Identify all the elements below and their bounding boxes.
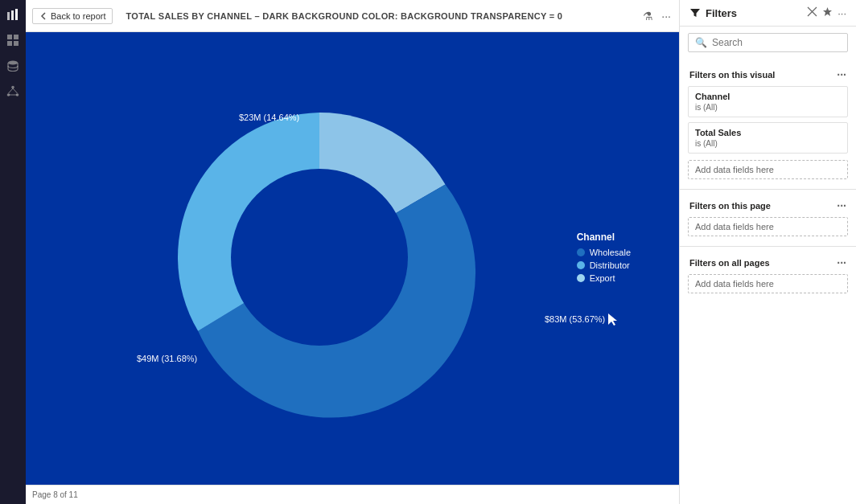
distributor-dot xyxy=(577,261,585,269)
channel-filter-value: is (All) xyxy=(695,103,841,112)
wholesale-label: $83M (53.67%) xyxy=(545,312,618,326)
legend-item-export: Export xyxy=(577,273,631,283)
chart-legend: Channel Wholesale Distributor Export xyxy=(577,232,631,286)
channel-filter-title: Channel xyxy=(695,92,841,101)
top-bar-icons: ⚗ ··· xyxy=(641,8,673,24)
filters-on-page-label: Filters on this page ··· xyxy=(680,193,856,215)
left-sidebar xyxy=(0,0,26,504)
export-dot xyxy=(577,274,585,282)
more-filters-icon[interactable]: ··· xyxy=(837,7,846,19)
page-info: Page 8 of 11 xyxy=(32,490,78,499)
svg-rect-5 xyxy=(7,41,12,46)
page-filter-dots[interactable]: ··· xyxy=(837,199,846,212)
chart-area: $23M (14.64%) $83M (53.67%) $49M (31.68%… xyxy=(26,32,679,485)
filter-icon[interactable]: ⚗ xyxy=(641,8,655,24)
channel-filter-card[interactable]: Channel is (All) xyxy=(688,86,848,117)
legend-item-distributor: Distributor xyxy=(577,260,631,270)
main-area: Back to report TOTAL SALES BY CHANNEL – … xyxy=(26,0,679,504)
svg-rect-4 xyxy=(14,35,19,39)
wholesale-label-text: Wholesale xyxy=(590,248,631,257)
funnel-icon xyxy=(689,7,701,18)
svg-line-12 xyxy=(13,88,18,93)
svg-line-11 xyxy=(9,88,14,93)
search-box[interactable]: 🔍 xyxy=(688,33,848,52)
svg-rect-3 xyxy=(7,35,12,39)
grid-icon[interactable] xyxy=(5,32,21,48)
legend-item-wholesale: Wholesale xyxy=(577,248,631,257)
bottom-bar: Page 8 of 11 xyxy=(26,485,679,504)
svg-rect-2 xyxy=(15,9,18,20)
search-icon: 🔍 xyxy=(695,37,707,48)
back-to-report-button[interactable]: Back to report xyxy=(32,8,113,24)
filters-header: Filters ··· xyxy=(680,0,856,27)
clear-filters-icon[interactable] xyxy=(807,6,817,19)
page-title: TOTAL SALES BY CHANNEL – DARK BACKGROUND… xyxy=(126,11,562,21)
top-bar: Back to report TOTAL SALES BY CHANNEL – … xyxy=(26,0,679,32)
add-data-page-button[interactable]: Add data fields here xyxy=(688,217,848,236)
svg-rect-0 xyxy=(7,12,10,20)
add-data-visual-button[interactable]: Add data fields here xyxy=(688,160,848,179)
visual-filter-dots[interactable]: ··· xyxy=(837,68,846,81)
filters-body: Filters on this visual ··· Channel is (A… xyxy=(680,59,856,504)
more-options-icon[interactable]: ··· xyxy=(660,8,673,24)
total-sales-filter-value: is (All) xyxy=(695,139,841,148)
pin-icon[interactable] xyxy=(822,6,833,19)
donut-chart xyxy=(134,72,504,445)
add-data-all-pages-button[interactable]: Add data fields here xyxy=(688,274,848,293)
back-button-label: Back to report xyxy=(51,11,105,21)
filters-panel: Filters ··· 🔍 Filters on this visual ··· xyxy=(679,0,856,504)
filters-on-all-pages-label: Filters on all pages ··· xyxy=(680,250,856,272)
distributor-label-text: Distributor xyxy=(590,260,630,270)
divider-2 xyxy=(680,246,856,247)
search-input[interactable] xyxy=(712,37,841,48)
filters-header-icons: ··· xyxy=(807,6,846,19)
report-icon[interactable] xyxy=(5,6,21,23)
svg-point-7 xyxy=(8,61,18,65)
filters-on-visual-label: Filters on this visual ··· xyxy=(680,62,856,84)
svg-rect-1 xyxy=(11,10,14,20)
data-icon[interactable] xyxy=(5,58,21,74)
filters-title: Filters xyxy=(689,7,737,19)
total-sales-filter-title: Total Sales xyxy=(695,128,841,137)
model-icon[interactable] xyxy=(5,84,21,100)
export-label-text: Export xyxy=(590,273,615,283)
svg-point-14 xyxy=(231,169,408,346)
distributor-label: $49M (31.68%) xyxy=(137,354,197,363)
svg-point-8 xyxy=(11,86,14,89)
divider-1 xyxy=(680,189,856,190)
wholesale-dot xyxy=(577,248,585,256)
export-label: $23M (14.64%) xyxy=(239,113,299,122)
all-pages-filter-dots[interactable]: ··· xyxy=(837,256,846,269)
svg-rect-6 xyxy=(14,41,19,46)
legend-title: Channel xyxy=(577,232,631,243)
total-sales-filter-card[interactable]: Total Sales is (All) xyxy=(688,122,848,154)
